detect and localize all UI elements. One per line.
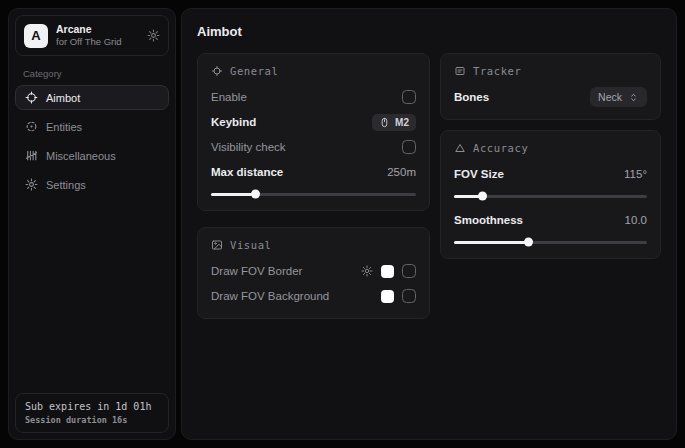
card-columns: General Enable Keybind (197, 53, 661, 319)
card-accuracy-header: Accuracy (454, 142, 647, 154)
fov-size-row: FOV Size 115° (454, 163, 647, 185)
max-distance-slider[interactable] (211, 189, 416, 199)
app-header-card: A Arcane for Off The Grid (15, 15, 169, 56)
fov-border-checkbox[interactable] (402, 264, 416, 278)
card-general-header: General (211, 65, 416, 77)
right-column: Tracker Bones Neck (440, 53, 661, 259)
triangle-icon (454, 142, 466, 154)
main-panel: Aimbot General Enable (181, 8, 677, 440)
image-icon (211, 239, 223, 251)
sub-expires-text: Sub expires in 1d 01h (25, 401, 159, 412)
slider-fill (211, 193, 256, 196)
sidebar-item-label: Settings (46, 179, 86, 191)
slider-track (454, 241, 647, 244)
fov-size-value: 115° (624, 168, 647, 180)
card-visual: Visual Draw FOV Border (197, 227, 430, 319)
max-distance-value: 250m (387, 166, 416, 178)
app-meta: Arcane for Off The Grid (56, 23, 139, 48)
smoothness-row: Smoothness 10.0 (454, 209, 647, 231)
chevrons-up-down-icon (628, 92, 639, 103)
gear-icon[interactable] (361, 265, 373, 277)
card-tracker-header: Tracker (454, 65, 647, 77)
keybind-value: M2 (395, 117, 409, 128)
slider-fill (454, 241, 529, 244)
fov-background-checkbox[interactable] (402, 289, 416, 303)
keybind-row: Keybind M2 (211, 111, 416, 133)
tally-icon (25, 149, 38, 162)
slider-thumb[interactable] (478, 192, 487, 201)
app-logo-letter: A (31, 28, 40, 43)
bones-select[interactable]: Neck (590, 87, 647, 107)
fov-border-label: Draw FOV Border (211, 265, 302, 277)
visibility-check-checkbox[interactable] (402, 140, 416, 154)
card-accuracy: Accuracy FOV Size 115° (440, 130, 661, 259)
keybind-label: Keybind (211, 116, 256, 128)
left-column: General Enable Keybind (197, 53, 430, 319)
slider-track (454, 195, 647, 198)
card-general: General Enable Keybind (197, 53, 430, 211)
enable-row: Enable (211, 86, 416, 108)
visibility-check-row: Visibility check (211, 136, 416, 158)
smoothness-slider[interactable] (454, 237, 647, 247)
card-visual-header: Visual (211, 239, 416, 251)
fov-border-color-swatch[interactable] (381, 265, 394, 278)
sidebar: A Arcane for Off The Grid Category (8, 8, 176, 440)
fov-background-label: Draw FOV Background (211, 290, 329, 302)
sidebar-item-label: Aimbot (46, 92, 80, 104)
sidebar-item-aimbot[interactable]: Aimbot (15, 85, 169, 110)
max-distance-label: Max distance (211, 166, 283, 178)
app-subtitle: for Off The Grid (56, 36, 139, 48)
fov-size-slider[interactable] (454, 191, 647, 201)
slider-fill (454, 195, 483, 198)
fov-background-row: Draw FOV Background (211, 285, 416, 307)
bones-value: Neck (598, 91, 622, 103)
scan-target-icon (211, 65, 223, 77)
smoothness-label: Smoothness (454, 214, 523, 226)
subscription-info-card: Sub expires in 1d 01h Session duration 1… (15, 393, 169, 433)
slider-track (211, 193, 416, 196)
keybind-button[interactable]: M2 (372, 114, 416, 131)
max-distance-row: Max distance 250m (211, 161, 416, 183)
scan-text-icon (454, 65, 466, 77)
app-window: A Arcane for Off The Grid Category (0, 0, 685, 448)
sidebar-item-label: Entities (46, 121, 82, 133)
fov-size-label: FOV Size (454, 168, 504, 180)
card-title: Visual (230, 239, 272, 251)
sidebar-item-settings[interactable]: Settings (15, 172, 169, 197)
sidebar-item-label: Miscellaneous (46, 150, 116, 162)
category-label: Category (23, 68, 161, 79)
page-title: Aimbot (197, 24, 661, 39)
sidebar-item-entities[interactable]: Entities (15, 114, 169, 139)
radar-icon (25, 120, 38, 133)
smoothness-value: 10.0 (625, 214, 647, 226)
sidebar-item-miscellaneous[interactable]: Miscellaneous (15, 143, 169, 168)
enable-label: Enable (211, 91, 247, 103)
mouse-icon (379, 117, 390, 128)
sidebar-menu: Aimbot Entities Miscellaneous (9, 85, 175, 197)
visibility-check-label: Visibility check (211, 141, 286, 153)
session-duration-text: Session duration 16s (25, 415, 159, 425)
gear-icon (25, 178, 38, 191)
bones-row: Bones Neck (454, 86, 647, 108)
card-title: Accuracy (473, 142, 528, 154)
card-tracker: Tracker Bones Neck (440, 53, 661, 120)
app-name: Arcane (56, 23, 139, 36)
bones-label: Bones (454, 91, 489, 103)
fov-background-controls (381, 289, 416, 303)
card-title: General (230, 65, 278, 77)
fov-background-color-swatch[interactable] (381, 290, 394, 303)
card-title: Tracker (473, 65, 521, 77)
fov-border-row: Draw FOV Border (211, 260, 416, 282)
enable-checkbox[interactable] (402, 90, 416, 104)
slider-thumb[interactable] (524, 238, 533, 247)
slider-thumb[interactable] (251, 190, 260, 199)
crosshair-icon (25, 91, 38, 104)
app-logo: A (24, 24, 48, 48)
fov-border-controls (361, 264, 416, 278)
gear-icon[interactable] (147, 29, 160, 42)
